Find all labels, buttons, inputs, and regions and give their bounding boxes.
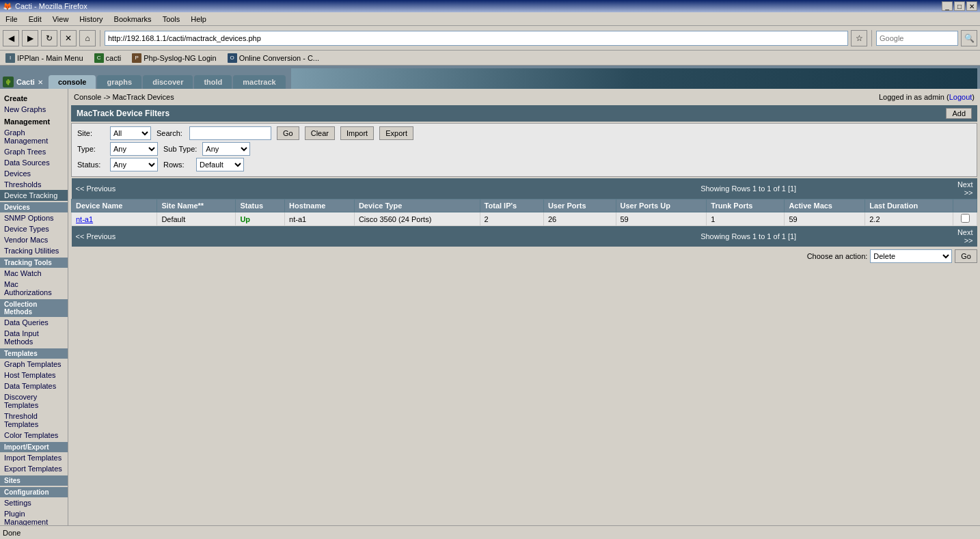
sidebar-item-export-templates[interactable]: Export Templates [0, 463, 68, 474]
choose-action-label: Choose an action: [807, 252, 868, 260]
prev-link-top-anchor[interactable]: << Previous [76, 184, 116, 193]
star-button[interactable]: ☆ [851, 30, 867, 46]
back-button[interactable]: ◀ [3, 30, 19, 46]
import-button[interactable]: Import [340, 126, 374, 140]
prev-link-bottom[interactable]: << Previous [72, 226, 544, 247]
export-button[interactable]: Export [379, 126, 413, 140]
menu-tools[interactable]: Tools [160, 14, 183, 25]
col-header-hostname[interactable]: Hostname [285, 199, 355, 212]
sidebar-item-graph-trees[interactable]: Graph Trees [0, 146, 68, 157]
menu-help[interactable]: Help [188, 14, 209, 25]
col-header-user-ports-up[interactable]: User Ports Up [616, 199, 707, 212]
sidebar-item-host-templates[interactable]: Host Templates [0, 370, 68, 381]
sidebar-item-vendor-macs[interactable]: Vendor Macs [0, 234, 68, 245]
sidebar-item-device-types[interactable]: Device Types [0, 223, 68, 234]
next-link-top[interactable]: Next >> [953, 178, 977, 199]
status-select[interactable]: Any [110, 158, 158, 171]
sidebar-item-plugin-management[interactable]: Plugin Management [0, 508, 68, 527]
bookmark-syslog[interactable]: P Php-Syslog-NG Login [129, 52, 219, 64]
menu-file[interactable]: File [3, 14, 21, 25]
col-header-device-name[interactable]: Device Name [72, 199, 157, 212]
close-tab-icon[interactable]: ✕ [38, 79, 43, 86]
sidebar-item-data-input-methods[interactable]: Data Input Methods [0, 328, 68, 347]
col-header-last-duration[interactable]: Last Duration [865, 199, 953, 212]
bookmark-label-cacti: cacti [106, 54, 122, 62]
logged-in-text: Logged in as admin (Logout) [879, 93, 975, 101]
col-header-user-ports[interactable]: User Ports [543, 199, 616, 212]
sidebar-item-mac-watch[interactable]: Mac Watch [0, 268, 68, 279]
close-button[interactable]: ✕ [966, 1, 977, 11]
col-header-trunk-ports[interactable]: Trunk Ports [707, 199, 785, 212]
search-input[interactable] [189, 126, 271, 140]
menu-edit[interactable]: Edit [26, 14, 44, 25]
action-go-button[interactable]: Go [955, 249, 977, 263]
sidebar-section-tracking-tools: Tracking Tools [0, 258, 68, 268]
bookmark-conversion[interactable]: O Online Conversion - C... [225, 52, 322, 64]
search-button[interactable]: 🔍 [961, 30, 977, 46]
type-select[interactable]: Any [110, 142, 158, 156]
reload-button[interactable]: ↻ [41, 30, 57, 46]
row-checkbox[interactable] [961, 214, 970, 223]
go-button[interactable]: Go [277, 126, 299, 140]
device-name-link[interactable]: nt-a1 [76, 215, 93, 223]
sidebar-item-new-graphs[interactable]: New Graphs [0, 104, 68, 115]
cell-device-name[interactable]: nt-a1 [72, 212, 157, 226]
sidebar-item-color-templates[interactable]: Color Templates [0, 430, 68, 441]
bookmark-label-ipplan: IPPlan - Main Menu [17, 54, 83, 62]
sidebar-item-import-templates[interactable]: Import Templates [0, 452, 68, 463]
cell-total-ips: 2 [480, 212, 543, 226]
clear-button[interactable]: Clear [305, 126, 335, 140]
tab-mactrack[interactable]: mactrack [233, 75, 285, 89]
cell-checkbox[interactable] [953, 212, 977, 226]
menu-history[interactable]: History [77, 14, 105, 25]
sidebar-item-discovery-templates[interactable]: Discovery Templates [0, 391, 68, 411]
google-search-input[interactable] [876, 31, 958, 46]
bookmark-ipplan[interactable]: I IPPlan - Main Menu [3, 52, 86, 64]
maximize-button[interactable]: □ [954, 1, 965, 11]
sidebar-item-snmp-options[interactable]: SNMP Options [0, 212, 68, 223]
col-header-status[interactable]: Status [236, 199, 285, 212]
action-select[interactable]: Delete [870, 249, 952, 263]
sidebar-item-device-tracking[interactable]: Device Tracking [0, 190, 68, 201]
tab-discover[interactable]: discover [143, 75, 193, 89]
next-link-top-anchor[interactable]: Next >> [957, 180, 973, 197]
sidebar-item-data-templates[interactable]: Data Templates [0, 381, 68, 391]
bookmark-favicon-ipplan: I [5, 53, 15, 63]
col-header-site-name[interactable]: Site Name** [157, 199, 236, 212]
stop-button[interactable]: ✕ [60, 30, 77, 46]
subtype-select[interactable]: Any [202, 142, 250, 156]
sidebar-item-threshold-templates[interactable]: Threshold Templates [0, 411, 68, 430]
add-button[interactable]: Add [946, 108, 972, 119]
sidebar-item-tracking-utilities[interactable]: Tracking Utilities [0, 245, 68, 256]
sidebar-item-data-sources[interactable]: Data Sources [0, 157, 68, 168]
menu-view[interactable]: View [50, 14, 72, 25]
rows-select[interactable]: Default [196, 158, 244, 171]
tab-graphs[interactable]: graphs [97, 75, 141, 89]
tab-thold[interactable]: thold [194, 75, 232, 89]
prev-link-bottom-anchor[interactable]: << Previous [76, 232, 116, 240]
address-bar[interactable] [105, 31, 848, 46]
prev-link-top[interactable]: << Previous [72, 178, 544, 199]
sidebar-item-devices[interactable]: Devices [0, 168, 68, 179]
logout-link[interactable]: Logout [949, 93, 972, 101]
breadcrumb-console[interactable]: Console [74, 93, 101, 101]
site-select[interactable]: All [110, 126, 151, 140]
forward-button[interactable]: ▶ [22, 30, 38, 46]
col-header-active-macs[interactable]: Active Macs [785, 199, 865, 212]
bookmark-cacti[interactable]: C cacti [92, 52, 124, 64]
minimize-button[interactable]: _ [942, 1, 953, 11]
home-button[interactable]: ⌂ [79, 30, 96, 46]
menu-bookmarks[interactable]: Bookmarks [111, 14, 154, 25]
tab-console[interactable]: console [49, 75, 96, 89]
sidebar-item-graph-management[interactable]: Graph Management [0, 127, 68, 146]
sidebar-item-mac-authorizations[interactable]: Mac Authorizations [0, 279, 68, 298]
next-link-bottom-anchor[interactable]: Next >> [957, 228, 973, 245]
window-controls[interactable]: _ □ ✕ [942, 1, 977, 11]
sidebar-item-thresholds[interactable]: Thresholds [0, 179, 68, 190]
col-header-total-ips[interactable]: Total IP's [480, 199, 543, 212]
sidebar-item-data-queries[interactable]: Data Queries [0, 317, 68, 328]
next-link-bottom[interactable]: Next >> [953, 226, 977, 247]
sidebar-item-settings[interactable]: Settings [0, 497, 68, 508]
col-header-device-type[interactable]: Device Type [354, 199, 480, 212]
sidebar-item-graph-templates[interactable]: Graph Templates [0, 359, 68, 370]
